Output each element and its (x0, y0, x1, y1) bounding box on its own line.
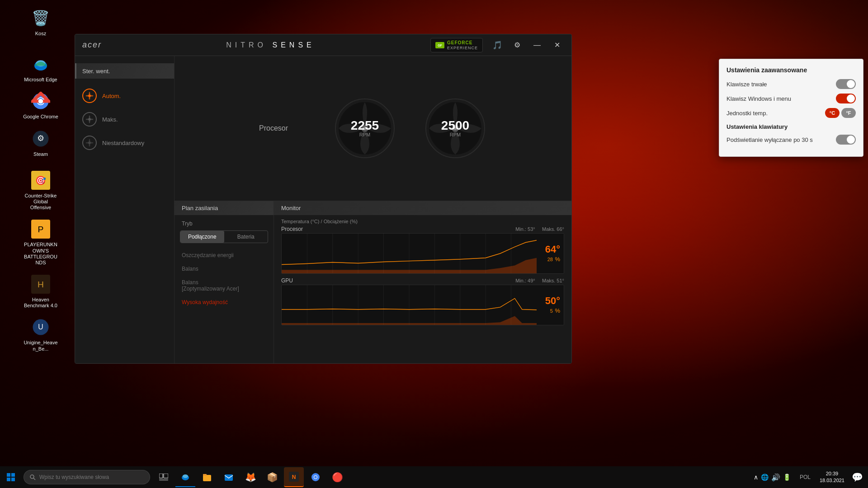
fan-option-autom[interactable]: Autom. (75, 84, 174, 108)
cpu-chart-section: Procesor Min.: 53° Maks. 66° (281, 226, 564, 274)
pubg-icon: P (30, 218, 52, 240)
kosz-icon: 🗑️ (30, 7, 52, 29)
power-option-balans[interactable]: Balans (175, 262, 274, 276)
taskbar-dropbox-icon[interactable]: 📦 (262, 467, 282, 487)
fan-control-panel: Ster. went. Autom. Maks. (75, 56, 175, 363)
taskbar-firefox-icon[interactable]: 🦊 (241, 467, 260, 487)
desktop-icon-pubg[interactable]: P PLAYERUNKNOWN'S BATTLEGROUNDS (20, 216, 61, 268)
steam-icon: ⚙ (30, 128, 52, 150)
svg-rect-59 (203, 474, 207, 476)
desktop-icon-csgo[interactable]: 🎯 Counter-Strike Global Offensive (20, 167, 61, 214)
csgo-label: Counter-Strike Global Offensive (23, 193, 58, 211)
window-title: NITRO SENSE (111, 41, 430, 49)
svg-text:U: U (38, 324, 43, 331)
taskbar-clock[interactable]: 20:39 18.03.2021 (816, 470, 848, 484)
temp-unit-fahrenheit[interactable]: °F (841, 108, 856, 118)
tray-language: POL (796, 474, 814, 480)
csgo-icon: 🎯 (30, 169, 52, 191)
taskbar: 🦊 📦 N 🔴 ∧ 🌐 🔊 🔋 POL 20:39 18.03. (0, 466, 868, 488)
taskbar-nitrosense-icon[interactable]: N (284, 467, 304, 487)
svg-point-51 (30, 475, 34, 479)
cpu-chart-area (282, 234, 537, 273)
fan1-rpm-label: RPM (359, 132, 370, 137)
desktop-icon-kosz[interactable]: 🗑️ Kosz (20, 5, 61, 39)
cpu-chart-values: 64° 28 % (537, 234, 564, 273)
svg-line-52 (33, 478, 35, 480)
fan-option-maks[interactable]: Maks. (75, 108, 174, 131)
cpu-chart-header: Procesor Min.: 53° Maks. 66° (281, 226, 564, 232)
tab-podlaczone[interactable]: Podłączone (180, 231, 224, 243)
search-input[interactable] (39, 474, 139, 480)
power-section-header: Plan zasilania (175, 201, 274, 215)
temp-unit-celsius[interactable]: °C (825, 108, 840, 118)
fan-gauge-2: 2500 RPM (424, 97, 487, 160)
power-option-balans-acer[interactable]: Balans[Zoptymalizowany Acer] (175, 276, 274, 296)
cpu-chart-name: Procesor (281, 226, 303, 232)
taskbar-chrome-icon[interactable] (306, 467, 326, 487)
svg-rect-53 (159, 474, 163, 478)
desktop-icons: 🗑️ Kosz Microsoft Edge Google Chrome ⚙ (0, 0, 81, 352)
klawisz-windows-toggle[interactable] (836, 94, 856, 103)
svg-text:N: N (292, 474, 296, 480)
fan-option-niestandardowy[interactable]: Niestandardowy (75, 131, 174, 155)
heaven-icon: H (30, 273, 52, 295)
tray-network-icon[interactable]: 🌐 (761, 474, 769, 481)
heaven-label: Heaven Benchmark 4.0 (23, 297, 58, 309)
gpu-chart-area (282, 285, 537, 325)
audio-icon[interactable]: 🎵 (490, 38, 505, 52)
notification-center-button[interactable]: 💬 (850, 467, 864, 487)
taskbar-explorer-icon[interactable] (197, 467, 217, 487)
desktop-icon-steam[interactable]: ⚙ Steam (20, 125, 61, 160)
tray-chevron-icon[interactable]: ∧ (754, 474, 758, 481)
desktop-icon-heaven[interactable]: H Heaven Benchmark 4.0 (20, 271, 61, 311)
svg-rect-54 (164, 474, 168, 478)
edge-label: Microsoft Edge (24, 77, 57, 83)
tray-battery-icon[interactable]: 🔋 (783, 474, 791, 481)
power-panel: Plan zasilania Tryb Podłączone Bateria O… (175, 201, 274, 363)
gpu-chart-values: 50° 5 % (537, 285, 564, 325)
fan2-rpm-label: RPM (450, 132, 461, 137)
svg-text:H: H (38, 280, 44, 289)
taskbar-edge-icon[interactable] (175, 467, 195, 487)
steam-label: Steam (33, 151, 48, 157)
power-option-oszczedzanie[interactable]: Oszczędzanie energii (175, 249, 274, 262)
start-button[interactable] (0, 466, 22, 488)
svg-rect-50 (11, 478, 15, 481)
settings-row-temp-units: Jednostki temp. °C °F (726, 108, 856, 118)
svg-rect-48 (11, 473, 15, 477)
close-button[interactable]: ✕ (550, 38, 564, 52)
processor-label: Procesor (259, 124, 288, 132)
svg-text:🎯: 🎯 (35, 175, 47, 186)
temp-unit-group: °C °F (825, 108, 856, 118)
power-section-title: Plan zasilania (182, 205, 218, 211)
desktop-icon-unigine[interactable]: U Unigine_Heaven_Be... (20, 314, 61, 354)
taskbar-app7-icon[interactable]: 🔴 (327, 467, 347, 487)
podswietlanie-toggle[interactable] (836, 135, 856, 145)
gpu-chart-header: GPU Min.: 49° Maks. 51° (281, 277, 564, 284)
settings-button[interactable]: ⚙ (510, 38, 524, 52)
fan-section-header: Ster. went. (75, 63, 174, 79)
svg-rect-55 (159, 479, 168, 481)
tab-bateria[interactable]: Bateria (224, 231, 268, 243)
monitor-section-title: Monitor (281, 205, 301, 211)
tray-volume-icon[interactable]: 🔊 (771, 473, 780, 482)
power-option-wysoka[interactable]: Wysoka wydajność (175, 296, 274, 309)
fan-gauge-2-visual: 2500 RPM (424, 97, 487, 160)
taskbar-search-bar[interactable] (24, 470, 150, 484)
clock-time: 20:39 (826, 470, 839, 477)
fan2-rpm-value: 2500 (441, 119, 469, 132)
desktop-icon-chrome[interactable]: Google Chrome (20, 88, 61, 122)
klawisz-windows-label: Klawisz Windows i menu (726, 95, 791, 102)
desktop-icon-edge[interactable]: Microsoft Edge (20, 51, 61, 85)
klawisze-trwale-toggle[interactable] (836, 79, 856, 89)
fan-niestandardowy-label: Niestandardowy (102, 140, 144, 146)
taskbar-mail-icon[interactable] (219, 467, 239, 487)
taskbar-right: ∧ 🌐 🔊 🔋 POL 20:39 18.03.2021 💬 (750, 467, 868, 487)
monitor-panel: Monitor Temperatura (°C) / Obciążenie (%… (274, 201, 571, 363)
fan-autom-icon (82, 89, 97, 103)
taskbar-taskview-icon[interactable] (154, 467, 174, 487)
minimize-button[interactable]: — (530, 38, 544, 52)
fan1-rpm-value: 2255 (351, 119, 379, 132)
fan-gauge-1-visual: 2255 RPM (333, 97, 396, 160)
svg-text:⚙: ⚙ (37, 134, 44, 143)
